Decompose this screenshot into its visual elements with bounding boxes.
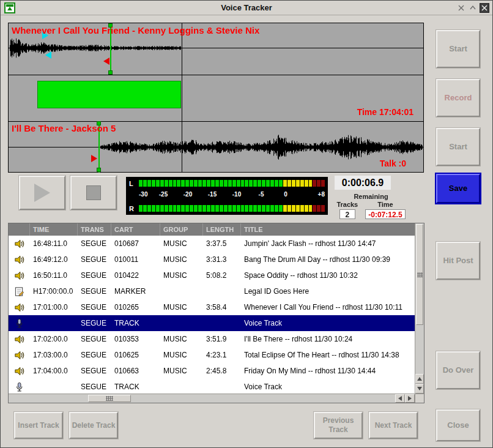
- unpin-icon[interactable]: [456, 3, 466, 13]
- cell-group: MUSIC: [160, 351, 203, 359]
- cell-cart: 010353: [111, 335, 160, 343]
- window-controls: [456, 3, 489, 13]
- cell-time: 17:04:00.0: [30, 367, 78, 375]
- record-button[interactable]: Record: [436, 79, 480, 117]
- do-over-button[interactable]: Do Over: [436, 351, 480, 389]
- titlebar: Voice Tracker: [1, 1, 492, 15]
- cell-time: 17:01:00.0: [30, 303, 78, 312]
- close-button[interactable]: Close: [436, 409, 480, 441]
- remaining-time-value: -0:07:12.5: [365, 209, 405, 219]
- cell-time: 16:48:11.0: [30, 239, 78, 248]
- log-row[interactable]: 17:02:00.0SEGUE010353MUSIC3:51.9I'll Be …: [9, 331, 415, 347]
- remaining-panel: Remaining Tracks 2 Time -0:07:12.5: [333, 193, 409, 219]
- maximize-icon[interactable]: [468, 3, 478, 13]
- speaker-icon: [9, 366, 30, 376]
- cursor-handle[interactable]: [97, 168, 101, 172]
- cell-group: MUSIC: [160, 367, 203, 375]
- cell-cart: 010663: [111, 367, 160, 375]
- cell-title: Whenever I Call You Friend -- rdhost 11/…: [241, 303, 415, 312]
- cell-cart: 010422: [111, 271, 160, 280]
- waveform-panel[interactable]: Whenever I Call You Friend - Kenny Loggi…: [8, 23, 424, 173]
- stop-button[interactable]: [70, 176, 117, 210]
- track1-title: Whenever I Call You Friend - Kenny Loggi…: [12, 25, 259, 35]
- remaining-time-label: Time: [377, 201, 393, 208]
- scrollbar-corner: [415, 394, 424, 403]
- header-icon-col: [9, 223, 30, 236]
- previous-track-button[interactable]: Previous Track: [314, 412, 363, 439]
- next-track-button[interactable]: Next Track: [369, 412, 418, 439]
- audio-meter: L -30-25-20-15-10-50+8 R: [126, 177, 328, 215]
- cell-cart: TRACK: [111, 383, 160, 391]
- cell-cart: 010625: [111, 351, 160, 359]
- talk-time-label: Talk :0: [380, 159, 406, 168]
- speaker-icon: [9, 255, 30, 265]
- speaker-icon: [9, 271, 30, 281]
- close-window-icon[interactable]: [480, 3, 489, 13]
- fade-marker-icon[interactable]: [103, 58, 109, 65]
- scroll-right-button[interactable]: [405, 394, 415, 403]
- log-row[interactable]: SEGUETRACKVoice Track: [9, 379, 415, 394]
- scroll-down-button[interactable]: [415, 384, 424, 394]
- log-row[interactable]: H17:00:00.0SEGUEMARKERLegal ID Goes Here: [9, 283, 415, 299]
- marker-icon: [9, 286, 30, 297]
- play-button[interactable]: [19, 176, 65, 210]
- cell-group: MUSIC: [160, 239, 203, 248]
- log-row[interactable]: 17:03:00.0SEGUE010625MUSIC4:23.1Total Ec…: [9, 347, 415, 363]
- log-row[interactable]: 17:04:00.0SEGUE010663MUSIC2:45.8Friday O…: [9, 363, 415, 379]
- arrow-down-icon: [417, 387, 422, 390]
- log-row[interactable]: SEGUETRACKVoice Track: [9, 315, 415, 331]
- hit-post-button[interactable]: Hit Post: [436, 242, 480, 280]
- fade-marker-icon[interactable]: [91, 155, 97, 162]
- header-group[interactable]: GROUP: [160, 223, 203, 236]
- scroll-left-button[interactable]: [395, 394, 405, 403]
- arrow-right-icon: [408, 396, 412, 401]
- cell-time: H17:00:00.0: [30, 287, 78, 296]
- segue-marker-icon[interactable]: [45, 51, 51, 59]
- cell-cart: 010687: [111, 239, 160, 248]
- scroll-up-button[interactable]: [415, 374, 424, 384]
- cell-time: 17:03:00.0: [30, 351, 78, 359]
- cell-time: 17:02:00.0: [30, 335, 78, 343]
- mic-icon: [9, 318, 30, 329]
- vertical-scrollbar[interactable]: [415, 223, 424, 394]
- header-title[interactable]: TITLE: [241, 223, 415, 236]
- meter-left-label: L: [129, 180, 139, 187]
- cell-trans: SEGUE: [78, 239, 111, 248]
- start-track3-button[interactable]: Start: [436, 128, 480, 166]
- remaining-tracks-value: 2: [339, 209, 355, 219]
- speaker-icon: [9, 334, 30, 345]
- delete-track-button[interactable]: Delete Track: [69, 412, 118, 439]
- hscroll-thumb[interactable]: [88, 395, 131, 402]
- cell-trans: SEGUE: [78, 335, 111, 343]
- save-button[interactable]: Save: [436, 174, 480, 203]
- insert-track-button[interactable]: Insert Track: [14, 412, 63, 439]
- cell-trans: SEGUE: [78, 287, 111, 296]
- play-icon: [34, 184, 50, 202]
- cell-trans: SEGUE: [78, 255, 111, 264]
- cell-cart: TRACK: [111, 319, 160, 327]
- log-row[interactable]: 17:01:00.0SEGUE010265MUSIC3:58.4Whenever…: [9, 299, 415, 315]
- cell-cart: 010011: [111, 255, 160, 264]
- log-row[interactable]: 16:50:11.0SEGUE010422MUSIC5:08.2Space Od…: [9, 267, 415, 283]
- start-track1-button[interactable]: Start: [436, 30, 480, 68]
- header-length[interactable]: LENGTH: [203, 223, 241, 236]
- cell-title: Bang The Drum All Day -- rdhost 11/30 09…: [241, 255, 415, 264]
- cell-group: MUSIC: [160, 335, 203, 343]
- cell-length: 3:51.9: [203, 335, 241, 343]
- stop-icon: [86, 185, 101, 200]
- header-trans[interactable]: TRANS: [78, 223, 111, 236]
- cell-title: Jumpin' Jack Flash -- rdhost 11/30 14:47: [241, 239, 415, 248]
- cursor-handle[interactable]: [108, 70, 113, 75]
- cell-length: 4:23.1: [203, 351, 241, 359]
- horizontal-scrollbar[interactable]: [9, 394, 415, 403]
- log-row[interactable]: 16:49:12.0SEGUE010011MUSIC3:31.3Bang The…: [9, 252, 415, 267]
- log-header: TIME TRANS CART GROUP LENGTH TITLE: [9, 223, 415, 236]
- cell-title: Voice Track: [241, 383, 415, 391]
- remaining-label: Remaining: [333, 193, 409, 200]
- header-cart[interactable]: CART: [111, 223, 160, 236]
- log-row[interactable]: 16:48:11.0SEGUE010687MUSIC3:37.5Jumpin' …: [9, 236, 415, 252]
- arrow-left-icon: [398, 396, 402, 401]
- header-time[interactable]: TIME: [30, 223, 78, 236]
- cell-time: 16:50:11.0: [30, 271, 78, 280]
- vscroll-thumb[interactable]: [416, 224, 423, 325]
